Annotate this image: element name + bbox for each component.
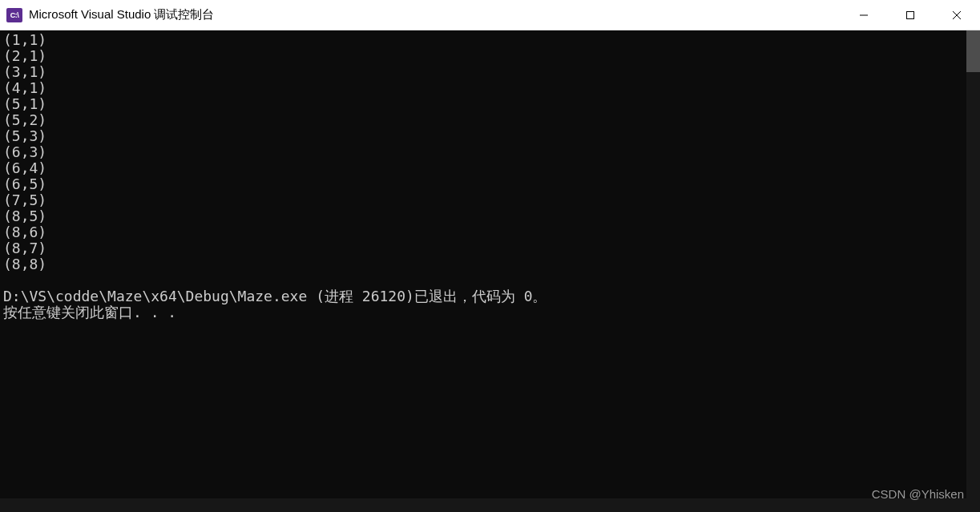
minimize-button[interactable] (841, 0, 887, 30)
vertical-scrollbar[interactable] (966, 30, 980, 512)
close-prompt: 按任意键关闭此窗口. . . (3, 304, 176, 321)
coord-line: (4,1) (3, 79, 46, 96)
close-button[interactable] (934, 0, 980, 30)
title-left: C:\ Microsoft Visual Studio 调试控制台 (0, 7, 214, 22)
window-controls (841, 0, 980, 30)
exit-message: D:\VS\codde\Maze\x64\Debug\Maze.exe (进程 … (3, 288, 547, 304)
coord-line: (8,8) (3, 256, 46, 272)
title-bar: C:\ Microsoft Visual Studio 调试控制台 (0, 0, 980, 30)
console-area: (1,1) (2,1) (3,1) (4,1) (5,1) (5,2) (5,3… (0, 30, 980, 512)
coord-line: (5,2) (3, 111, 46, 128)
maximize-button[interactable] (887, 0, 934, 30)
coord-line: (8,6) (3, 224, 46, 240)
coord-line: (8,7) (3, 240, 46, 256)
coord-line: (8,5) (3, 208, 46, 224)
coord-line: (5,3) (3, 127, 46, 144)
coord-line: (3,1) (3, 63, 46, 80)
svg-rect-1 (907, 11, 914, 18)
coord-line: (5,1) (3, 95, 46, 112)
coord-line: (2,1) (3, 47, 46, 64)
vs-icon: C:\ (6, 8, 22, 22)
coord-line: (7,5) (3, 191, 46, 208)
scroll-thumb[interactable] (966, 30, 980, 72)
window-title: Microsoft Visual Studio 调试控制台 (29, 7, 214, 22)
horizontal-scrollbar[interactable] (0, 498, 966, 512)
coord-line: (6,4) (3, 159, 46, 176)
coord-line: (1,1) (3, 31, 46, 48)
coord-line: (6,5) (3, 175, 46, 192)
console-output[interactable]: (1,1) (2,1) (3,1) (4,1) (5,1) (5,2) (5,3… (0, 30, 966, 512)
coord-line: (6,3) (3, 143, 46, 160)
